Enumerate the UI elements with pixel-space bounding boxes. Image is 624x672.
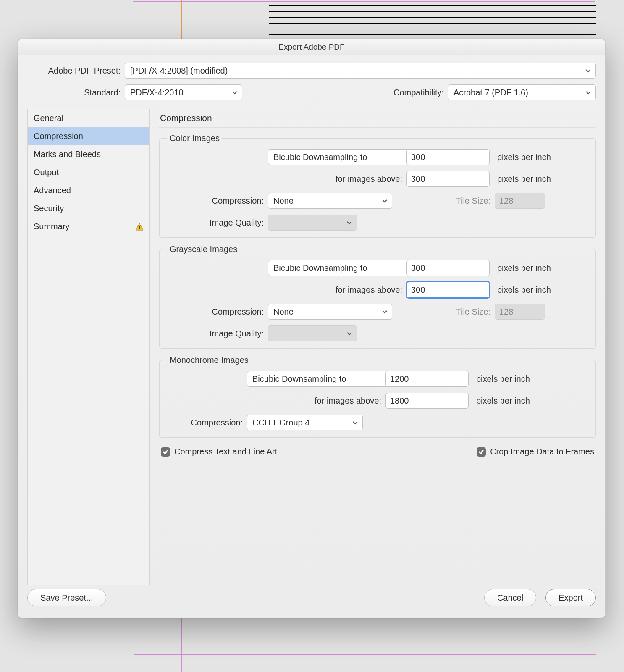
sidebar-item-general[interactable]: General — [28, 109, 149, 127]
unit-ppi: pixels per inch — [495, 152, 588, 162]
export-button[interactable]: Export — [545, 589, 596, 606]
sidebar-item-label: Summary — [34, 222, 70, 231]
warning-icon — [135, 223, 144, 231]
mono-compression-combobox[interactable]: CCITT Group 4 — [247, 415, 363, 430]
color-downsample-value: Bicubic Downsampling to — [273, 152, 367, 162]
chevron-down-icon — [382, 198, 388, 204]
gray-tile-input — [495, 304, 545, 320]
sidebar-item-label: Marks and Bleeds — [34, 150, 101, 159]
gray-tile-label: Tile Size: — [406, 307, 490, 317]
color-ppi-input[interactable] — [406, 149, 490, 165]
chevron-down-icon — [585, 89, 591, 95]
mono-downsample-value: Bicubic Downsampling to — [252, 374, 346, 384]
color-above-input[interactable] — [406, 171, 490, 187]
chevron-down-icon — [346, 331, 352, 336]
button-label: Cancel — [497, 593, 523, 603]
chevron-down-icon — [585, 68, 591, 74]
gray-ppi-input[interactable] — [406, 260, 490, 276]
preset-label: Adobe PDF Preset: — [27, 66, 125, 76]
unit-ppi: pixels per inch — [474, 396, 588, 406]
sidebar-item-label: Output — [34, 168, 59, 177]
panel-heading: Compression — [160, 113, 596, 123]
button-label: Export — [558, 593, 583, 603]
legend-gray: Grayscale Images — [167, 244, 240, 254]
compatibility-combobox[interactable]: Acrobat 7 (PDF 1.6) — [448, 84, 596, 100]
sidebar-item-marks-bleeds[interactable]: Marks and Bleeds — [28, 145, 149, 163]
preset-value: [PDF/X-4:2008] (modified) — [130, 66, 228, 76]
divider — [159, 127, 596, 128]
preset-combobox[interactable]: [PDF/X-4:2008] (modified) — [125, 63, 596, 79]
gray-quality-combobox — [268, 326, 357, 341]
chevron-down-icon — [232, 89, 238, 95]
sidebar-item-output[interactable]: Output — [28, 163, 149, 181]
gray-downsample-value: Bicubic Downsampling to — [273, 263, 367, 273]
color-compression-value: None — [273, 196, 294, 206]
mono-compression-label: Compression: — [167, 418, 243, 428]
gray-above-input[interactable] — [406, 282, 490, 298]
mono-compression-value: CCITT Group 4 — [252, 418, 309, 428]
sidebar-item-advanced[interactable]: Advanced — [28, 181, 149, 200]
mono-above-input[interactable] — [385, 393, 469, 409]
legend-mono: Monochrome Images — [167, 355, 251, 365]
group-color-images: Color Images Bicubic Downsampling to pix… — [159, 134, 596, 238]
button-label: Save Preset... — [40, 593, 93, 603]
sidebar-item-security[interactable]: Security — [28, 200, 149, 218]
export-pdf-dialog: Export Adobe PDF Adobe PDF Preset: [PDF/… — [18, 39, 606, 618]
color-compression-label: Compression: — [167, 196, 264, 206]
legend-color: Color Images — [167, 134, 222, 143]
checkbox-label: Crop Image Data to Frames — [490, 447, 594, 457]
unit-ppi: pixels per inch — [495, 174, 588, 184]
mono-ppi-input[interactable] — [385, 371, 469, 387]
gray-compression-label: Compression: — [167, 307, 264, 317]
sidebar-item-label: Security — [34, 204, 64, 213]
sidebar-item-compression[interactable]: Compression — [28, 127, 149, 145]
color-quality-combobox — [268, 215, 357, 231]
standard-value: PDF/X-4:2010 — [130, 88, 184, 97]
cancel-button[interactable]: Cancel — [484, 589, 536, 606]
group-monochrome-images: Monochrome Images Bicubic Downsampling t… — [159, 355, 596, 438]
svg-rect-1 — [139, 228, 140, 229]
compatibility-label: Compatibility: — [372, 88, 448, 97]
chevron-down-icon — [382, 309, 388, 315]
checkmark-icon — [477, 447, 486, 457]
gray-above-label: for images above: — [268, 285, 402, 295]
checkbox-compress-text[interactable]: Compress Text and Line Art — [161, 447, 277, 457]
unit-ppi: pixels per inch — [474, 374, 588, 384]
guide-left-orange — [181, 0, 182, 39]
color-compression-combobox[interactable]: None — [268, 193, 392, 209]
gray-compression-combobox[interactable]: None — [268, 304, 392, 320]
sidebar-item-label: Advanced — [34, 186, 71, 195]
guide-left-pink — [181, 617, 182, 672]
sidebar-item-label: General — [34, 113, 63, 123]
checkmark-icon — [161, 447, 170, 457]
checkbox-label: Compress Text and Line Art — [174, 447, 277, 457]
compatibility-value: Acrobat 7 (PDF 1.6) — [454, 88, 528, 97]
dialog-title: Export Adobe PDF — [18, 39, 605, 55]
color-above-label: for images above: — [268, 174, 402, 184]
chevron-down-icon — [346, 220, 352, 226]
category-sidebar: General Compression Marks and Bleeds Out… — [27, 109, 150, 585]
checkbox-crop-image-data[interactable]: Crop Image Data to Frames — [477, 447, 594, 457]
color-tile-input — [495, 193, 545, 209]
guide-top — [133, 0, 595, 2]
chevron-down-icon — [352, 420, 358, 425]
color-tile-label: Tile Size: — [406, 196, 490, 206]
svg-rect-0 — [139, 226, 140, 228]
group-grayscale-images: Grayscale Images Bicubic Downsampling to… — [159, 244, 596, 349]
color-quality-label: Image Quality: — [167, 218, 264, 228]
standard-combobox[interactable]: PDF/X-4:2010 — [125, 84, 242, 100]
guide-bottom-pink — [134, 654, 596, 655]
mono-above-label: for images above: — [247, 396, 381, 406]
sidebar-item-label: Compression — [34, 131, 83, 141]
standard-label: Standard: — [27, 88, 125, 97]
sidebar-item-summary[interactable]: Summary — [28, 218, 149, 236]
unit-ppi: pixels per inch — [495, 285, 588, 295]
gray-compression-value: None — [273, 307, 294, 317]
save-preset-button[interactable]: Save Preset... — [27, 589, 106, 606]
unit-ppi: pixels per inch — [495, 263, 588, 273]
gray-quality-label: Image Quality: — [167, 329, 264, 339]
